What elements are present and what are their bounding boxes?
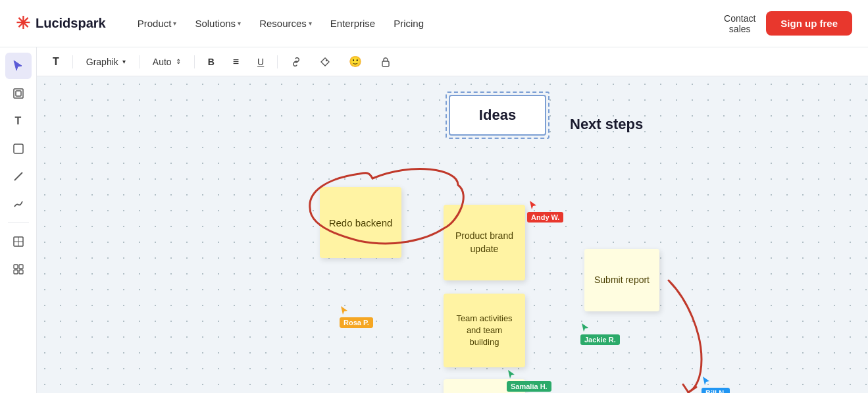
text-tool[interactable]: T	[5, 108, 32, 134]
chevron-down-icon: ▾	[122, 58, 126, 65]
svg-rect-8	[19, 265, 23, 269]
shape-tool[interactable]	[5, 136, 32, 162]
font-size-selector[interactable]: Auto ⇕	[147, 54, 186, 70]
nav-links: Product ▾ Solutions ▾ Resources ▾ Enterp…	[130, 13, 724, 34]
navbar: ✳ Lucidspark Product ▾ Solutions ▾ Resou…	[0, 0, 868, 47]
chevron-down-icon: ▾	[173, 20, 176, 27]
toolbar-separator	[8, 223, 29, 223]
canvas-container: T	[0, 47, 868, 393]
svg-line-3	[14, 172, 22, 180]
svg-rect-12	[382, 61, 389, 66]
link-button[interactable]	[286, 54, 307, 70]
emoji-button[interactable]: 🙂	[344, 53, 367, 70]
align-button[interactable]: ≡	[228, 53, 244, 70]
format-toolbar: T Graphik ▾ Auto ⇕ B ≡ U 🙂	[37, 47, 868, 76]
nav-enterprise[interactable]: Enterprise	[322, 13, 383, 34]
contact-sales-link[interactable]: Contactsales	[724, 13, 755, 34]
nav-solutions[interactable]: Solutions ▾	[187, 13, 249, 34]
cursor-rosa: Rosa P.	[340, 305, 373, 328]
chevron-icon: ⇕	[176, 58, 181, 65]
svg-rect-0	[14, 89, 23, 98]
cursor-bill: Bill N.	[702, 376, 730, 393]
ideas-box[interactable]: Ideas	[449, 95, 546, 136]
signup-button[interactable]: Sign up free	[766, 11, 852, 36]
logo[interactable]: ✳ Lucidspark	[16, 13, 106, 34]
svg-rect-2	[14, 144, 23, 153]
nav-product[interactable]: Product ▾	[130, 13, 185, 34]
svg-rect-1	[16, 91, 21, 96]
nav-right: Contactsales Sign up free	[724, 11, 852, 36]
svg-rect-9	[14, 270, 18, 274]
ideas-label: Ideas	[479, 107, 516, 124]
divider	[194, 55, 195, 68]
select-tool[interactable]	[5, 53, 32, 79]
nav-pricing[interactable]: Pricing	[386, 13, 432, 34]
cursor-jackie: Jackie R.	[580, 323, 620, 345]
divider	[139, 55, 140, 68]
grid-tool[interactable]	[5, 256, 32, 282]
left-toolbar: T	[0, 47, 37, 393]
sticky-redo-backend[interactable]: Redo backend	[320, 187, 401, 258]
sticky-team-activities[interactable]: Team activities and team building	[444, 294, 525, 367]
tag-button[interactable]	[315, 54, 336, 70]
logo-asterisk: ✳	[16, 13, 30, 34]
logo-text: Lucidspark	[36, 16, 106, 31]
nav-resources[interactable]: Resources ▾	[251, 13, 320, 34]
line-tool[interactable]	[5, 163, 32, 190]
draw-tool[interactable]	[5, 191, 32, 217]
svg-point-11	[326, 59, 327, 61]
cursor-samalia: Samalia H.	[507, 369, 551, 392]
next-steps-label: Next steps	[570, 116, 643, 133]
underline-button[interactable]: U	[252, 54, 269, 70]
font-selector[interactable]: Graphik ▾	[81, 54, 131, 70]
chevron-down-icon: ▾	[309, 20, 312, 27]
table-tool[interactable]	[5, 228, 32, 255]
chevron-down-icon: ▾	[238, 20, 241, 27]
cursor-andy: Andy W.	[527, 200, 563, 223]
canvas-board[interactable]: Ideas Next steps Redo backend Product br…	[37, 76, 868, 393]
divider	[277, 55, 278, 68]
svg-rect-7	[14, 265, 18, 269]
svg-rect-10	[19, 270, 23, 274]
frame-tool[interactable]	[5, 80, 32, 107]
sticky-product-brand[interactable]: Product brand update	[444, 205, 525, 280]
bold-button[interactable]: B	[203, 54, 220, 70]
divider	[72, 55, 73, 68]
sticky-submit-report[interactable]: Submit report	[584, 249, 659, 311]
lock-button[interactable]	[375, 54, 396, 70]
text-type-button[interactable]: T	[47, 53, 64, 70]
